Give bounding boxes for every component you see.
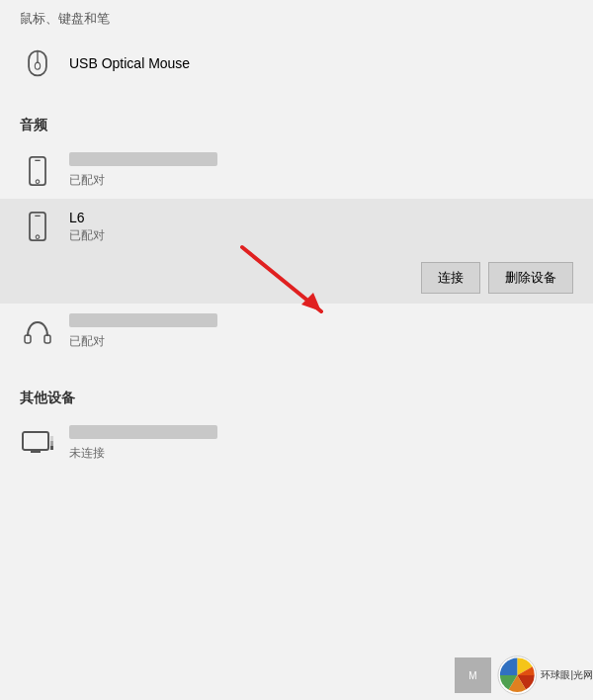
svg-point-5 <box>36 179 40 183</box>
page-title: 鼠标、键盘和笔 <box>0 0 593 36</box>
mouse-device-name: USB Optical Mouse <box>69 55 190 71</box>
svg-rect-10 <box>44 335 50 343</box>
audio-device-3-status: 已配对 <box>69 333 217 350</box>
remove-device-button[interactable]: 删除设备 <box>488 262 573 294</box>
audio-device-2-info: L6 已配对 <box>69 210 105 244</box>
other-section-label: 其他设备 <box>0 374 593 415</box>
audio-section-label: 音频 <box>0 101 593 142</box>
other-device-1-status: 未连接 <box>69 445 217 462</box>
page-container: 鼠标、键盘和笔 USB Optical Mouse 音频 已配对 <box>0 0 593 700</box>
mouse-icon <box>20 45 55 81</box>
watermark-thumb: M <box>455 657 491 693</box>
svg-rect-9 <box>25 335 31 343</box>
mouse-device-item[interactable]: USB Optical Mouse <box>0 36 593 91</box>
watermark-logo <box>497 655 538 696</box>
audio-device-2-name: L6 <box>69 210 105 225</box>
watermark-text-block: 环球眼|光网 <box>541 668 593 682</box>
audio-device-2[interactable]: L6 已配对 <box>0 199 593 254</box>
audio-device-3-info: 已配对 <box>69 313 217 350</box>
other-device-1-name-blur <box>69 425 217 439</box>
headphone-icon <box>20 314 55 350</box>
audio-device-1-info: 已配对 <box>69 152 217 189</box>
other-device-1[interactable]: 未连接 <box>0 415 593 472</box>
svg-rect-6 <box>30 213 45 240</box>
svg-rect-15 <box>50 436 53 450</box>
audio-device-1-name-blur <box>69 152 217 166</box>
audio-device-1[interactable]: 已配对 <box>0 142 593 199</box>
svg-rect-3 <box>30 156 45 184</box>
audio-device-3-name-blur <box>69 313 217 327</box>
svg-point-2 <box>35 62 40 69</box>
connect-button[interactable]: 连接 <box>421 262 480 294</box>
phone-icon-1 <box>20 153 55 189</box>
audio-device-2-status: 已配对 <box>69 227 105 244</box>
phone-icon-2 <box>20 209 55 244</box>
audio-device-3[interactable]: 已配对 <box>0 304 593 360</box>
svg-point-8 <box>36 235 40 239</box>
mouse-device-info: USB Optical Mouse <box>69 55 190 71</box>
other-device-1-info: 未连接 <box>69 425 217 462</box>
svg-rect-11 <box>23 432 48 450</box>
watermark-text: 环球眼|光网 <box>541 668 593 682</box>
watermark-area: M 环球眼|光网 <box>455 651 593 700</box>
tv-icon <box>20 426 55 462</box>
audio-device-1-status: 已配对 <box>69 172 217 189</box>
action-bar: 连接 删除设备 <box>0 254 593 304</box>
